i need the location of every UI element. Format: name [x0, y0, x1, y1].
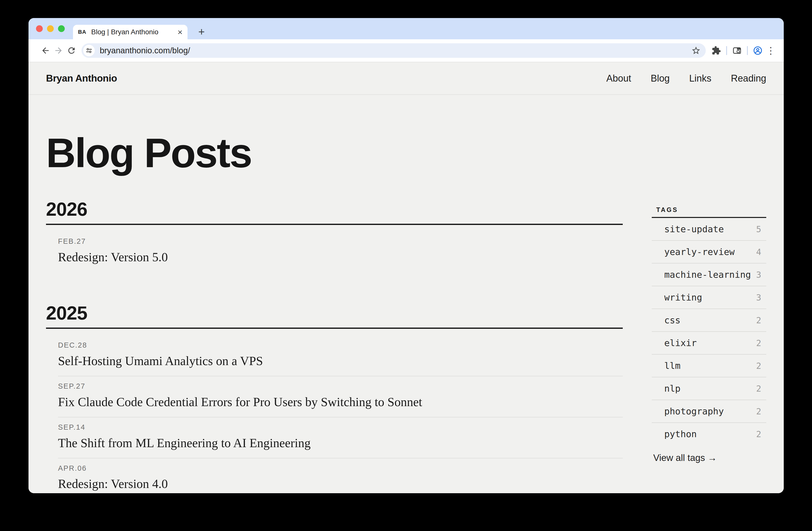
- post-title-link[interactable]: Redesign: Version 5.0: [58, 250, 168, 265]
- nav-item-reading[interactable]: Reading: [731, 73, 766, 84]
- tag-item-writing[interactable]: writing 3: [652, 286, 766, 309]
- tag-name: python: [664, 429, 697, 439]
- tag-item-nlp[interactable]: nlp 2: [652, 377, 766, 400]
- forward-icon: [54, 46, 63, 55]
- post-item: DEC.28 Self-Hosting Umami Analytics on a…: [58, 335, 623, 376]
- forward-button[interactable]: [52, 44, 65, 57]
- bookmark-button[interactable]: [690, 45, 702, 56]
- tag-item-elixir[interactable]: elixir 2: [652, 331, 766, 354]
- bookmark-star-icon: [691, 46, 701, 55]
- tag-name: llm: [664, 361, 681, 371]
- nav-item-blog[interactable]: Blog: [651, 73, 670, 84]
- minimize-window-button[interactable]: [47, 25, 54, 32]
- tag-name: nlp: [664, 383, 681, 394]
- post-list: FEB.27 Redesign: Version 5.0: [46, 225, 623, 272]
- extensions-button[interactable]: [710, 44, 723, 57]
- browser-window: BA Blog | Bryan Anthonio × + b: [29, 18, 784, 493]
- tab-close-icon[interactable]: ×: [177, 28, 183, 36]
- site-header: Bryan Anthonio About Blog Links Reading: [29, 62, 784, 95]
- post-date: SEP.14: [58, 423, 623, 431]
- tags-sidebar: TAGS site-update 5 yearly-review 4 machi…: [652, 206, 766, 493]
- tab-strip: BA Blog | Bryan Anthonio × +: [29, 18, 784, 39]
- extensions-puzzle-icon: [711, 46, 721, 55]
- tag-count: 2: [756, 429, 761, 439]
- back-icon: [41, 46, 50, 55]
- tag-item-llm[interactable]: llm 2: [652, 354, 766, 377]
- post-item: FEB.27 Redesign: Version 5.0: [58, 232, 623, 272]
- post-title-link[interactable]: Redesign: Version 4.0: [58, 476, 168, 491]
- site-info-button[interactable]: [83, 45, 95, 56]
- page-content: Bryan Anthonio About Blog Links Reading …: [29, 62, 784, 493]
- post-item: APR.06 Redesign: Version 4.0: [58, 458, 623, 493]
- tag-item-yearly-review[interactable]: yearly-review 4: [652, 240, 766, 263]
- post-title-link[interactable]: Fix Claude Code Credential Errors for Pr…: [58, 394, 422, 409]
- reload-icon: [67, 46, 76, 55]
- tag-count: 3: [756, 270, 761, 280]
- back-button[interactable]: [39, 44, 52, 57]
- nav-item-links[interactable]: Links: [689, 73, 711, 84]
- tag-name: yearly-review: [664, 247, 735, 257]
- tag-count: 5: [756, 224, 761, 234]
- tag-name: site-update: [664, 224, 724, 234]
- tag-name: elixir: [664, 338, 697, 348]
- toolbar-separator: [726, 46, 727, 55]
- window-controls: [36, 18, 65, 39]
- browser-tab[interactable]: BA Blog | Bryan Anthonio ×: [73, 25, 188, 39]
- tag-count: 2: [756, 361, 761, 371]
- tab-search-icon: [732, 46, 742, 55]
- tag-name: css: [664, 315, 681, 325]
- tags-heading: TAGS: [652, 206, 766, 213]
- url-text[interactable]: bryananthonio.com/blog/: [100, 46, 690, 55]
- year-heading: 2026: [46, 200, 623, 219]
- tag-count: 2: [756, 315, 761, 325]
- site-info-tune-icon: [85, 47, 93, 54]
- zoom-window-button[interactable]: [58, 25, 65, 32]
- tag-item-photography[interactable]: photography 2: [652, 400, 766, 422]
- reload-button[interactable]: [65, 44, 78, 57]
- site-nav: About Blog Links Reading: [606, 73, 766, 84]
- year-heading: 2025: [46, 304, 623, 323]
- tab-favicon: BA: [78, 29, 86, 35]
- tag-item-css[interactable]: css 2: [652, 309, 766, 331]
- browser-toolbar: bryananthonio.com/blog/: [29, 39, 784, 62]
- post-date: FEB.27: [58, 237, 623, 246]
- nav-item-about[interactable]: About: [606, 73, 631, 84]
- browser-menu-button[interactable]: ⋮: [764, 44, 777, 57]
- new-tab-button[interactable]: +: [195, 25, 208, 38]
- post-date: APR.06: [58, 464, 623, 473]
- post-item: SEP.27 Fix Claude Code Credential Errors…: [58, 376, 623, 417]
- page-title: Blog Posts: [46, 132, 623, 174]
- post-title-link[interactable]: The Shift from ML Engineering to AI Engi…: [58, 435, 310, 450]
- post-title-link[interactable]: Self-Hosting Umami Analytics on a VPS: [58, 353, 263, 368]
- post-list: DEC.28 Self-Hosting Umami Analytics on a…: [46, 329, 623, 493]
- view-all-tags-link[interactable]: View all tags →: [652, 453, 717, 463]
- tag-item-machine-learning[interactable]: machine-learning 3: [652, 263, 766, 286]
- profile-avatar-icon: [753, 46, 763, 55]
- year-section-2025: 2025 DEC.28 Self-Hosting Umami Analytics…: [46, 304, 623, 493]
- tag-count: 3: [756, 293, 761, 303]
- tag-item-site-update[interactable]: site-update 5: [652, 218, 766, 240]
- tag-count: 2: [756, 338, 761, 348]
- three-dot-menu-icon: ⋮: [766, 45, 775, 56]
- address-bar[interactable]: bryananthonio.com/blog/: [82, 43, 706, 58]
- profile-button[interactable]: [751, 44, 764, 57]
- main-column: Blog Posts 2026 FEB.27 Redesign: Version…: [46, 95, 623, 493]
- tag-name: photography: [664, 406, 724, 416]
- year-section-2026: 2026 FEB.27 Redesign: Version 5.0: [46, 200, 623, 272]
- toolbar-separator: [747, 46, 748, 55]
- close-window-button[interactable]: [36, 25, 43, 32]
- post-date: DEC.28: [58, 341, 623, 349]
- site-brand-link[interactable]: Bryan Anthonio: [46, 73, 117, 84]
- tab-title: Blog | Bryan Anthonio: [91, 28, 174, 36]
- tag-count: 4: [756, 247, 761, 257]
- tab-search-button[interactable]: [730, 44, 743, 57]
- tag-name: machine-learning: [664, 269, 751, 280]
- post-date: SEP.27: [58, 382, 623, 390]
- tag-item-python[interactable]: python 2: [652, 422, 766, 445]
- body-wrap: Blog Posts 2026 FEB.27 Redesign: Version…: [29, 95, 784, 493]
- post-item: SEP.14 The Shift from ML Engineering to …: [58, 417, 623, 458]
- tag-name: writing: [664, 292, 702, 303]
- tag-count: 2: [756, 383, 761, 394]
- tag-count: 2: [756, 406, 761, 416]
